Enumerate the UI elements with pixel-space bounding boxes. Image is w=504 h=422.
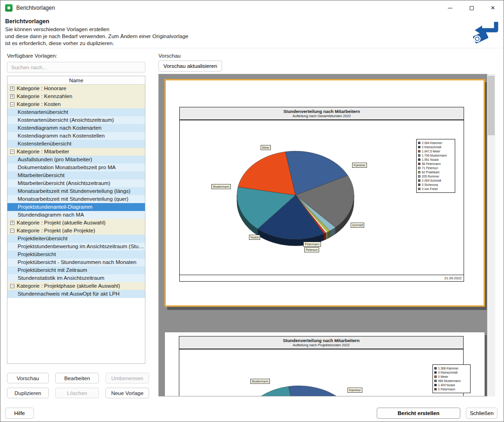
preview-scrollbar[interactable]: [487, 74, 495, 396]
minimize-icon: [448, 8, 452, 8]
template-actions: VorschauBearbeitenUmbenennenDuplizierenL…: [7, 373, 149, 398]
search-input[interactable]: [7, 62, 145, 73]
legend-label: 0 Kleinschmidt: [438, 371, 458, 374]
tree-row-label: Mitarbeiterübersicht: [18, 171, 65, 179]
header-description-line-2: und diese dann je nach Bedarf verwenden.…: [5, 33, 188, 39]
legend-entry: 966 Mustermann: [434, 379, 469, 383]
chart-legend-1: 2.064 Klammer0 Kleinschmidt1.947,5 Meier…: [416, 139, 455, 193]
preview-page-2[interactable]: Stundenverteilung nach Mitarbeitern Auft…: [164, 332, 485, 396]
report-subtitle: Aufteilung nach Projektstunden 2022: [179, 343, 463, 347]
legend-label: 2.069 Schmidt: [422, 179, 441, 182]
scrollbar-thumb[interactable]: [488, 76, 495, 135]
minimize-button[interactable]: [439, 0, 461, 15]
collapse-icon[interactable]: −: [10, 284, 14, 288]
window-controls: ✕: [439, 0, 504, 15]
tree-item-row[interactable]: Kostendiagramm nach Kostenstellen: [7, 132, 145, 140]
legend-swatch-icon: [418, 184, 420, 186]
edit-button[interactable]: Bearbeiten: [55, 373, 99, 383]
tree-item-row[interactable]: Stundennachweis mit AuswOpt für akt LPH: [7, 290, 145, 298]
tree-item-row[interactable]: Projektleiterübersicht: [7, 235, 145, 243]
tree-row-label: Projektstundenanteil-Diagramm: [18, 203, 92, 211]
tree-item-row[interactable]: Stundenstatistik im Ansichtszeitraum: [7, 274, 145, 282]
create-report-button[interactable]: Bericht erstellen: [377, 408, 460, 419]
preview-page-1[interactable]: Stundenverteilung nach Mitarbeitern Auft…: [164, 79, 485, 307]
app-icon: [5, 4, 13, 12]
legend-entry: 1.368 Klammer: [434, 366, 469, 370]
tree-item-row[interactable]: Projektstundenanteil-Diagramm: [7, 203, 145, 211]
tree-item-row[interactable]: Stundendiagramm nach MA: [7, 211, 145, 219]
legend-entry: 0 Meier: [434, 375, 469, 379]
preview-button[interactable]: Vorschau: [7, 373, 49, 383]
legend-entry: 0 Kleinschmidt: [434, 370, 469, 375]
legend-entry: 71 Peterson: [418, 166, 453, 170]
collapse-icon[interactable]: −: [10, 150, 14, 154]
report-header: Stundenverteilung nach Mitarbeitern Auft…: [179, 107, 464, 120]
legend-entry: 2.069 Schmidt: [418, 178, 453, 183]
legend-swatch-icon: [418, 188, 420, 190]
legend-label: 205 Rummer: [422, 175, 439, 178]
refresh-preview-button[interactable]: Vorschau aktualisieren: [158, 60, 222, 72]
legend-label: 0 von Freier: [422, 187, 438, 191]
help-button[interactable]: Hilfe: [5, 408, 34, 419]
template-list: Name +Kategorie : Honorare+Kategorie : K…: [7, 76, 145, 364]
tree-item-row[interactable]: Projektstundenbewertung im Ansichtszeitr…: [7, 243, 145, 251]
tree-item-row[interactable]: Projektübersicht - Stundensummen nach Mo…: [7, 258, 145, 266]
tree-item-row[interactable]: Kostenstellenübersicht: [7, 140, 145, 148]
tree-category-row[interactable]: −Kategorie : Projekt (alle Projekte): [7, 227, 145, 235]
legend-label: 2.064 Klammer: [422, 141, 442, 145]
tree-row-label: Dokumentation Monatsarbeitszeit pro MA: [18, 164, 116, 171]
tree-row-label: Projektleiterübersicht: [18, 235, 67, 243]
available-templates-label: Verfügbare Vorlagen:: [7, 53, 57, 59]
titlebar: Berichtvorlagen ✕: [0, 0, 504, 15]
legend-swatch-icon: [434, 371, 437, 374]
tree-row-label: Kategorie : Kennzahlen: [17, 92, 72, 100]
legend-swatch-icon: [418, 154, 420, 157]
maximize-button[interactable]: [461, 0, 482, 15]
new-template-button[interactable]: Neue Vorlage: [105, 388, 149, 398]
tree-item-row[interactable]: Kostenartenübersicht (Ansichtszeitraum): [7, 116, 145, 124]
collapse-icon[interactable]: −: [10, 229, 14, 233]
legend-swatch-icon: [418, 158, 420, 161]
close-button[interactable]: ✕: [482, 0, 504, 15]
header-description-line-3: ist es erforderlich, diese vorher zu dup…: [5, 40, 114, 46]
legend-swatch-icon: [418, 179, 420, 182]
legend-swatch-icon: [418, 146, 420, 148]
legend-swatch-icon: [434, 384, 437, 386]
legend-entry: 1.706 Mustermann: [418, 153, 453, 158]
tree-item-row[interactable]: Projektübersicht: [7, 251, 145, 258]
tree-item-row[interactable]: Mitarbeiterübersicht: [7, 171, 145, 179]
tree-item-row[interactable]: Mitarbeiterübersicht (Ansichtszeitraum): [7, 179, 145, 187]
tree-item-row[interactable]: Projektübersicht mit Zeitraum: [7, 266, 145, 274]
legend-label: 966 Mustermann: [438, 379, 461, 382]
tree-category-row[interactable]: +Kategorie : Kennzahlen: [7, 92, 145, 100]
expand-icon[interactable]: +: [10, 94, 14, 99]
duplicate-button[interactable]: Duplizieren: [7, 388, 49, 398]
column-header-name: Name: [7, 76, 145, 85]
legend-label: 62 Praktikant: [422, 171, 439, 174]
tree-item-row[interactable]: Kostenartenübersicht: [7, 108, 145, 116]
legend-entry: 62 Praktikant: [418, 170, 453, 174]
tree-category-row[interactable]: +Kategorie : Projekt (aktuelle Auswahl): [7, 219, 145, 227]
tree-category-row[interactable]: −Kategorie : Mitarbeiter: [7, 148, 145, 156]
tree-row-label: Projektstundenbewertung im Ansichtszeitr…: [18, 243, 145, 251]
tree-category-row[interactable]: −Kategorie : Projektphase (aktuelle Ausw…: [7, 282, 145, 290]
tree-item-row[interactable]: Dokumentation Monatsarbeitszeit pro MA: [7, 164, 145, 171]
close-dialog-button[interactable]: Schließen: [466, 408, 497, 419]
expand-icon[interactable]: +: [10, 86, 14, 91]
tree-category-row[interactable]: +Kategorie : Honorare: [7, 85, 145, 92]
tree-row-label: Kategorie : Projekt (aktuelle Auswahl): [17, 219, 105, 227]
report-title: Stundenverteilung nach Mitarbeitern: [179, 336, 463, 343]
collapse-icon[interactable]: −: [10, 102, 14, 106]
tree-item-row[interactable]: Ausfallstunden (pro Mitarbeiter): [7, 156, 145, 164]
page-title: Berichtvorlagen: [5, 18, 49, 25]
legend-entry: 56 Petermann: [418, 162, 453, 166]
tree-row-label: Projektübersicht mit Zeitraum: [18, 266, 87, 274]
tree-row-label: Kategorie : Projekt (alle Projekte): [17, 227, 95, 235]
tree-item-row[interactable]: Monatsarbeitszeit mit Stundenverteilung …: [7, 195, 145, 203]
tree-row-label: Projektübersicht - Stundensummen nach Mo…: [18, 258, 137, 266]
expand-icon[interactable]: +: [10, 221, 14, 225]
tree-category-row[interactable]: −Kategorie : Kosten: [7, 100, 145, 108]
tree-item-row[interactable]: Kostendiagramm nach Kostenarten: [7, 124, 145, 132]
tree-row-label: Kategorie : Mitarbeiter: [17, 148, 69, 156]
tree-item-row[interactable]: Monatsarbeitszeit mit Stundenverteilung …: [7, 187, 145, 195]
